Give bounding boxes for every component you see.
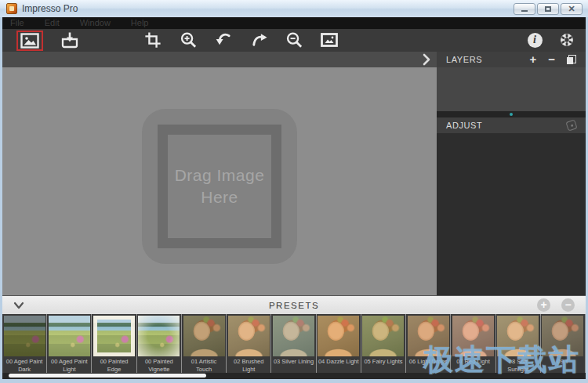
- preset-thumbnail[interactable]: [542, 316, 583, 356]
- import-image-icon: [60, 31, 79, 49]
- preset-thumbnail[interactable]: [452, 316, 494, 356]
- preset-tint-overlay: [497, 316, 539, 356]
- preset-item[interactable]: 07 Red Light: [451, 314, 495, 373]
- frame-icon: [321, 33, 338, 47]
- undo-icon: [215, 31, 233, 49]
- menu-item-edit[interactable]: Edit: [45, 18, 60, 27]
- window-title: Impresso Pro: [22, 3, 78, 14]
- maximize-icon: [545, 6, 551, 12]
- adjust-actions: [567, 121, 576, 130]
- preset-item[interactable]: 03 Silver Lining: [271, 314, 316, 373]
- minimize-icon: [521, 10, 528, 12]
- remove-layer-icon[interactable]: −: [548, 53, 555, 65]
- preset-item[interactable]: 00 Painted Vignette: [137, 314, 182, 373]
- canvas-column: Drag Image Here: [2, 52, 437, 295]
- close-icon: ✕: [568, 5, 575, 13]
- open-image-button[interactable]: [20, 31, 39, 50]
- preset-label: 06 Light Drops: [406, 356, 450, 373]
- preset-item[interactable]: 09 T: [541, 314, 586, 373]
- duplicate-layer-icon[interactable]: [567, 55, 576, 64]
- menu-item-file[interactable]: File: [10, 18, 24, 27]
- gear-icon: [559, 32, 575, 48]
- preset-label: 00 Aged Paint Light: [47, 356, 91, 373]
- import-image-button[interactable]: [60, 31, 79, 49]
- window-controls: ✕: [514, 3, 584, 15]
- close-button[interactable]: ✕: [561, 3, 583, 15]
- preset-thumbnail[interactable]: [228, 316, 270, 356]
- preset-label: 09 T: [541, 356, 585, 373]
- preset-label: 01 Artistic Touch: [182, 356, 226, 373]
- settings-button[interactable]: [557, 31, 576, 49]
- menubar: File Edit Window Help: [2, 17, 586, 29]
- zoom-out-button[interactable]: [285, 31, 303, 49]
- presets-scrollbar-thumb[interactable]: [9, 374, 206, 378]
- preset-tint-overlay: [138, 316, 180, 356]
- app-icon: [6, 3, 17, 14]
- preset-thumbnail[interactable]: [4, 316, 45, 356]
- preset-label: 00 Painted Vignette: [137, 356, 181, 373]
- preset-item[interactable]: 04 Dazzle Light: [317, 314, 361, 373]
- preset-thumbnail[interactable]: [497, 316, 539, 356]
- frame-button[interactable]: [320, 31, 339, 49]
- adjust-panel-title: ADJUST: [446, 121, 482, 130]
- preset-item[interactable]: 02 Brushed Light: [227, 314, 271, 373]
- preset-tint-overlay: [273, 316, 314, 356]
- preset-label: 07 Red Light: [451, 356, 495, 373]
- preset-item[interactable]: 08 Soft Sunlight: [496, 314, 541, 373]
- presets-strip: 00 Aged Paint Dark00 Aged Paint Light00 …: [2, 314, 586, 373]
- undo-button[interactable]: [214, 31, 233, 49]
- preset-tint-overlay: [4, 316, 45, 356]
- minimize-button[interactable]: [514, 3, 535, 15]
- preset-zoom-out-button[interactable]: −: [561, 298, 575, 312]
- preset-tint-overlay: [452, 316, 494, 356]
- redo-button[interactable]: [249, 31, 268, 49]
- preset-item[interactable]: 00 Aged Paint Light: [47, 314, 92, 373]
- maximize-button[interactable]: [537, 3, 559, 15]
- toolbar: i: [2, 29, 586, 52]
- preset-thumbnail[interactable]: [49, 316, 90, 356]
- preset-thumbnail[interactable]: [138, 316, 180, 356]
- collapse-presets-chevron[interactable]: [13, 302, 24, 309]
- splitter-handle-dot: [510, 113, 513, 116]
- preset-item[interactable]: 00 Aged Paint Dark: [2, 314, 47, 373]
- zoom-in-button[interactable]: [179, 31, 198, 49]
- preset-tint-overlay: [183, 316, 225, 356]
- preset-item[interactable]: 06 Light Drops: [406, 314, 451, 373]
- info-button[interactable]: i: [525, 31, 544, 49]
- menu-item-help[interactable]: Help: [131, 18, 149, 27]
- layers-list[interactable]: [437, 67, 586, 111]
- drop-zone-text-line2: Here: [201, 186, 238, 208]
- preset-thumbnail[interactable]: [362, 316, 404, 356]
- collapse-panel-chevron[interactable]: [423, 53, 430, 66]
- adjust-panel-body: [437, 133, 586, 295]
- preset-thumbnail[interactable]: [183, 316, 225, 356]
- preset-thumbnail[interactable]: [93, 316, 135, 356]
- preset-item[interactable]: 00 Painted Edge: [92, 314, 136, 373]
- add-layer-icon[interactable]: +: [529, 53, 536, 65]
- preset-tint-overlay: [542, 316, 583, 356]
- presets-buttons: + −: [537, 298, 586, 312]
- canvas: Drag Image Here: [2, 67, 437, 295]
- preset-item[interactable]: 01 Artistic Touch: [182, 314, 227, 373]
- preset-label: 00 Aged Paint Dark: [2, 356, 46, 373]
- panel-splitter[interactable]: [437, 111, 586, 117]
- preset-thumbnail[interactable]: [273, 316, 314, 356]
- preset-label: 08 Soft Sunlight: [496, 356, 540, 373]
- preset-thumbnail[interactable]: [408, 316, 449, 356]
- crop-button[interactable]: [143, 31, 162, 49]
- image-drop-zone[interactable]: Drag Image Here: [142, 109, 297, 264]
- presets-scrollbar[interactable]: [2, 373, 586, 379]
- presets-bar: PRESETS + −: [2, 295, 586, 314]
- redo-icon: [250, 31, 268, 49]
- drop-zone-text-line1: Drag Image: [175, 164, 265, 186]
- open-image-icon: [20, 33, 39, 49]
- preset-thumbnail[interactable]: [318, 316, 359, 356]
- randomize-icon[interactable]: [565, 119, 577, 131]
- preset-item[interactable]: 05 Fairy Lights: [361, 314, 406, 373]
- canvas-header-strip: [2, 52, 437, 67]
- menu-item-window[interactable]: Window: [80, 18, 111, 27]
- drop-zone-inner-frame: Drag Image Here: [158, 125, 281, 248]
- preset-label: 05 Fairy Lights: [361, 356, 405, 373]
- preset-label: 00 Painted Edge: [92, 356, 136, 373]
- preset-zoom-in-button[interactable]: +: [537, 298, 550, 312]
